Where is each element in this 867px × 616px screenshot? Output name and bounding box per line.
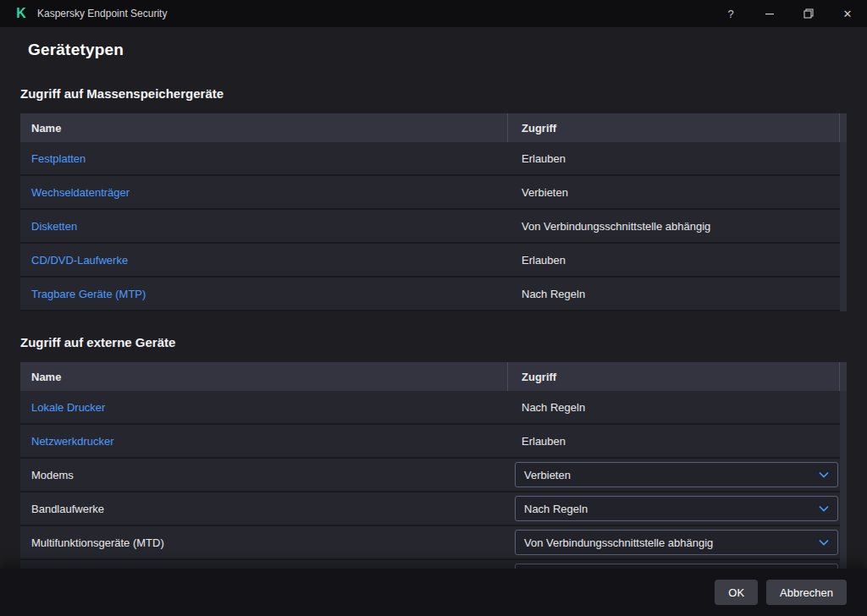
device-link-lokale-drucker[interactable]: Lokale Drucker bbox=[31, 401, 105, 414]
chevron-down-icon bbox=[819, 505, 829, 512]
table-row: CD/DVD-Laufwerke Erlauben bbox=[20, 244, 847, 278]
section-heading-mass-storage: Zugriff auf Massenspeichergeräte bbox=[20, 86, 847, 101]
table-header: Name Zugriff bbox=[20, 362, 847, 391]
column-header-name: Name bbox=[20, 113, 508, 142]
ok-button[interactable]: OK bbox=[715, 580, 758, 605]
dropdown-value: Von Verbindungsschnittstelle abhängig bbox=[524, 536, 713, 549]
titlebar-left: K Kaspersky Endpoint Security bbox=[0, 6, 167, 21]
close-button[interactable]: ✕ bbox=[828, 0, 867, 27]
scrollbar[interactable] bbox=[840, 142, 847, 311]
cancel-button[interactable]: Abbrechen bbox=[766, 580, 847, 605]
access-dropdown-modems[interactable]: Verbieten bbox=[515, 462, 838, 487]
help-button[interactable]: ? bbox=[711, 0, 750, 27]
mass-storage-table: Name Zugriff Festplatten Erlauben Wechse… bbox=[20, 113, 847, 311]
access-value: Erlauben bbox=[522, 435, 566, 448]
access-dropdown-multifunktionsgeraete[interactable]: Von Verbindungsschnittstelle abhängig bbox=[515, 530, 838, 555]
access-value: Von Verbindungsschnittstelle abhängig bbox=[522, 220, 710, 233]
section-heading-external-devices: Zugriff auf externe Geräte bbox=[20, 335, 847, 349]
access-value: Nach Regeln bbox=[522, 288, 585, 300]
table-row: Festplatten Erlauben bbox=[20, 142, 847, 176]
table-row: Lokale Drucker Nach Regeln bbox=[20, 391, 847, 425]
device-link-netzwerkdrucker[interactable]: Netzwerkdrucker bbox=[31, 435, 114, 448]
table-row: Netzwerkdrucker Erlauben bbox=[20, 425, 847, 459]
restore-button[interactable] bbox=[789, 0, 828, 27]
header-scroll-gutter bbox=[840, 362, 847, 391]
device-label-bandlaufwerke: Bandlaufwerke bbox=[31, 503, 104, 515]
main-content: Gerätetypen Zugriff auf Massenspeicherge… bbox=[0, 41, 867, 594]
window-controls: ? ✕ bbox=[711, 0, 867, 27]
page-title: Gerätetypen bbox=[28, 41, 847, 59]
minimize-icon bbox=[765, 9, 775, 19]
access-value: Verbieten bbox=[522, 186, 568, 199]
footer-bar: OK Abbrechen bbox=[0, 569, 867, 616]
header-scroll-gutter bbox=[840, 113, 847, 142]
column-header-access: Zugriff bbox=[508, 113, 840, 142]
device-link-cd-dvd[interactable]: CD/DVD-Laufwerke bbox=[31, 254, 128, 267]
table-row: Multifunktionsgeräte (MTD) Von Verbindun… bbox=[20, 526, 847, 560]
device-label-multifunktionsgeraete: Multifunktionsgeräte (MTD) bbox=[31, 536, 164, 549]
access-value: Nach Regeln bbox=[522, 401, 585, 414]
table-row: Modems Verbieten bbox=[20, 459, 847, 492]
dropdown-value: Verbieten bbox=[524, 469, 571, 481]
device-link-disketten[interactable]: Disketten bbox=[31, 220, 77, 233]
table-row: Bandlaufwerke Nach Regeln bbox=[20, 492, 847, 526]
table-row: Disketten Von Verbindungsschnittstelle a… bbox=[20, 210, 847, 244]
minimize-button[interactable] bbox=[750, 0, 789, 27]
device-link-festplatten[interactable]: Festplatten bbox=[31, 152, 86, 165]
table-row: Wechseldatenträger Verbieten bbox=[20, 176, 847, 210]
access-value: Erlauben bbox=[522, 152, 566, 165]
dropdown-value: Nach Regeln bbox=[524, 503, 588, 515]
device-label-modems: Modems bbox=[31, 469, 74, 481]
device-link-wechseldatentraeger[interactable]: Wechseldatenträger bbox=[31, 186, 130, 199]
chevron-down-icon bbox=[819, 471, 829, 478]
device-link-mtp[interactable]: Tragbare Geräte (MTP) bbox=[31, 288, 146, 300]
titlebar: K Kaspersky Endpoint Security ? ✕ bbox=[0, 0, 867, 27]
access-value: Erlauben bbox=[522, 254, 566, 267]
column-header-name: Name bbox=[20, 362, 508, 391]
access-dropdown-bandlaufwerke[interactable]: Nach Regeln bbox=[515, 496, 838, 521]
restore-icon bbox=[803, 8, 814, 19]
window-title: Kaspersky Endpoint Security bbox=[37, 8, 167, 19]
kaspersky-logo-icon: K bbox=[14, 6, 29, 21]
chevron-down-icon bbox=[819, 539, 829, 546]
external-devices-table: Name Zugriff Lokale Drucker Nach Regeln … bbox=[20, 362, 847, 594]
table-row: Tragbare Geräte (MTP) Nach Regeln bbox=[20, 278, 847, 311]
column-header-access: Zugriff bbox=[508, 362, 840, 391]
scrollbar[interactable] bbox=[840, 391, 847, 594]
table-header: Name Zugriff bbox=[20, 113, 847, 142]
app-window: K Kaspersky Endpoint Security ? ✕ Geräte… bbox=[0, 0, 867, 616]
